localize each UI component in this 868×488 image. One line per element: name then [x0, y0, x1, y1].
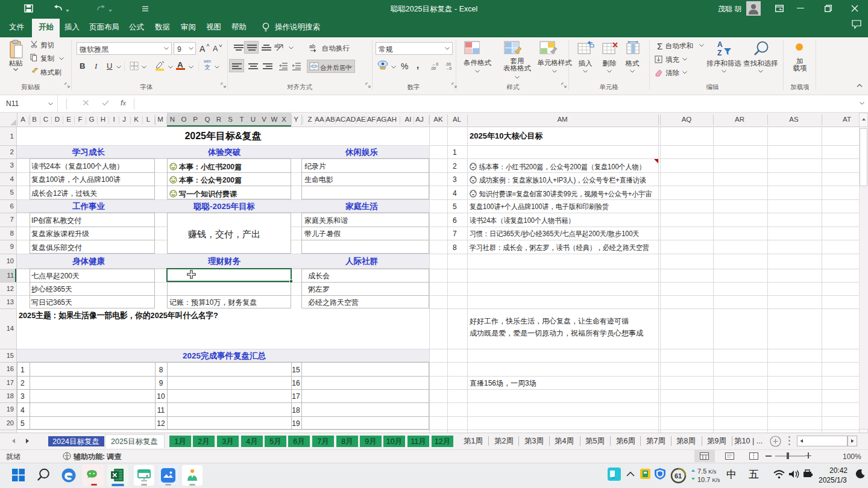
- svg-text:.00: .00: [430, 66, 436, 70]
- svg-text:Z: Z: [717, 49, 722, 57]
- svg-text:A: A: [717, 40, 723, 49]
- svg-text:ab: ab: [309, 43, 315, 49]
- svg-text:61: 61: [675, 472, 682, 480]
- svg-text:→0: →0: [445, 66, 452, 70]
